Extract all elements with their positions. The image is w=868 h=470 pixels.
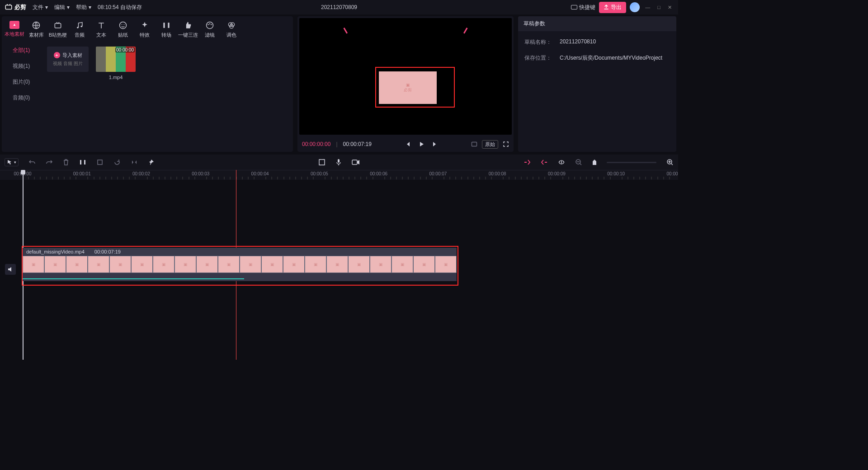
svg-rect-3: [571, 5, 577, 9]
filter-audio[interactable]: 音频(0): [2, 94, 41, 102]
clip-duration: 00:00:07:19: [94, 249, 121, 254]
transition-icon: [162, 21, 171, 30]
tab-combo[interactable]: 一键三连: [177, 19, 199, 40]
clip-header: default_missingVideo.mp4 00:00:07:19: [23, 248, 457, 256]
preview-panel: ▣必剪 00:00:00:00 | 00:00:07:19 原始: [297, 16, 514, 152]
svg-rect-25: [338, 159, 340, 163]
crop-handle-right[interactable]: [459, 25, 467, 33]
menu-help[interactable]: 帮助▾: [76, 4, 91, 11]
tab-text[interactable]: 文本: [90, 19, 112, 40]
menu-edit[interactable]: 编辑▾: [54, 4, 70, 11]
timeline-toolbar: ▾: [0, 155, 678, 170]
zoom-in-button[interactable]: [666, 159, 674, 166]
zoom-slider-track[interactable]: [607, 162, 656, 163]
media-clip-item[interactable]: 00:00:00 1.mp4: [95, 47, 137, 80]
cursor-tool[interactable]: ▾: [5, 158, 19, 166]
magnet-in-button[interactable]: [524, 159, 531, 165]
clip-thumbnail: 00:00:00: [96, 47, 136, 72]
import-media-button[interactable]: + 导入素材 视频 音频 图片: [47, 47, 89, 72]
draft-path-row: 保存位置： C:/Users/辰奕/Documents/MYVideoProje…: [524, 54, 670, 62]
keyboard-icon: [571, 5, 577, 9]
export-button[interactable]: 导出: [599, 2, 626, 13]
titlebar: 必剪 文件▾ 编辑▾ 帮助▾ 08:10:54 自动保存 20211207080…: [0, 0, 678, 14]
filter-image[interactable]: 图片(0): [2, 78, 41, 86]
frame-thumb: ▣: [66, 256, 87, 273]
frame-thumb: ▣: [197, 256, 217, 273]
mic-button[interactable]: [335, 159, 342, 166]
zoom-slider-handle[interactable]: [592, 159, 597, 165]
selection-box[interactable]: ▣必剪: [375, 67, 455, 108]
media-panel: 本地素材 素材库 B站热梗 音频 文本 贴纸 特效 转场 一键三连 滤镜 调色 …: [2, 16, 293, 152]
video-track-clip[interactable]: default_missingVideo.mp4 00:00:07:19 ▣▣▣…: [23, 248, 457, 281]
tv-icon: [53, 21, 62, 30]
preview-canvas[interactable]: ▣必剪: [299, 18, 512, 135]
mirror-button[interactable]: [131, 159, 138, 166]
redo-button[interactable]: [46, 159, 53, 166]
ruler-tick: 00:00:05: [311, 171, 328, 176]
fullscreen-button[interactable]: [503, 141, 509, 147]
tab-local-media[interactable]: 本地素材: [4, 19, 25, 40]
frame-thumb: ▣: [349, 256, 369, 273]
pin-button[interactable]: [148, 159, 154, 165]
time-sep: |: [336, 141, 337, 147]
clip-name: 1.mp4: [109, 75, 123, 80]
maximize-button[interactable]: □: [656, 5, 662, 10]
timeline-ruler[interactable]: 00:00:0000:00:0100:00:0200:00:0300:00:04…: [0, 170, 678, 180]
ruler-tick: 00:00:01: [73, 171, 91, 176]
delete-button[interactable]: [63, 159, 69, 166]
timeline-area[interactable]: default_missingVideo.mp4 00:00:07:19 ▣▣▣…: [0, 180, 678, 361]
close-button[interactable]: ✕: [666, 5, 674, 10]
crop-handle-left[interactable]: [343, 25, 352, 33]
filter-video[interactable]: 视频(1): [2, 62, 41, 70]
next-frame-button[interactable]: [432, 141, 438, 147]
tab-effect[interactable]: 特效: [134, 19, 156, 40]
rotate-button[interactable]: [113, 159, 121, 166]
prev-frame-button[interactable]: [405, 141, 411, 147]
split-button[interactable]: [79, 159, 86, 166]
frame-thumb: ▣: [370, 256, 391, 273]
project-title: 202112070809: [321, 4, 357, 10]
hotkey-button[interactable]: 快捷键: [571, 4, 595, 11]
tab-color[interactable]: 调色: [221, 19, 242, 40]
tracks-container: default_missingVideo.mp4 00:00:07:19 ▣▣▣…: [23, 180, 675, 361]
undo-button[interactable]: [28, 159, 36, 166]
media-filter-list: 全部(1) 视频(1) 图片(0) 音频(0): [2, 40, 41, 152]
frame-thumb: ▣: [305, 256, 326, 273]
aspect-ratio-button[interactable]: 原始: [482, 140, 498, 149]
menu-file[interactable]: 文件▾: [33, 4, 48, 11]
tab-bili-hot[interactable]: B站热梗: [47, 19, 69, 40]
loop-button[interactable]: [471, 141, 477, 147]
record-button[interactable]: [352, 159, 360, 165]
frame-thumb: ▣: [132, 256, 152, 273]
upload-icon: [9, 21, 19, 29]
frame-thumb: ▣: [153, 256, 174, 273]
clip-duration-badge: 00:00:00: [115, 47, 135, 52]
avatar[interactable]: [630, 2, 640, 12]
globe-icon: [32, 21, 41, 30]
snap-button[interactable]: [558, 159, 565, 165]
ruler-tick: 00:00:11: [667, 171, 678, 176]
play-button[interactable]: [418, 141, 425, 147]
tab-sticker[interactable]: 贴纸: [112, 19, 134, 40]
svg-rect-26: [352, 160, 357, 164]
tab-material-lib[interactable]: 素材库: [25, 19, 47, 40]
frame-thumb: ▣: [414, 256, 434, 273]
svg-point-14: [208, 24, 209, 25]
app-logo: 必剪: [5, 3, 26, 11]
svg-point-15: [209, 24, 210, 24]
zoom-out-button[interactable]: [575, 159, 582, 166]
frame-thumb: ▣: [392, 256, 413, 273]
text-icon: [97, 21, 106, 30]
crop-button[interactable]: [96, 159, 104, 166]
magnet-out-button[interactable]: [541, 159, 548, 165]
svg-rect-5: [55, 24, 61, 28]
capture-button[interactable]: [318, 159, 326, 166]
draft-name-value: 202112070810: [560, 38, 596, 46]
tab-audio[interactable]: 音频: [69, 19, 90, 40]
frame-thumb: ▣: [110, 256, 131, 273]
minimize-button[interactable]: —: [643, 5, 652, 10]
track-mute-button[interactable]: [5, 264, 16, 275]
tab-filter[interactable]: 滤镜: [199, 19, 221, 40]
tab-transition[interactable]: 转场: [156, 19, 177, 40]
filter-all[interactable]: 全部(1): [2, 47, 41, 54]
